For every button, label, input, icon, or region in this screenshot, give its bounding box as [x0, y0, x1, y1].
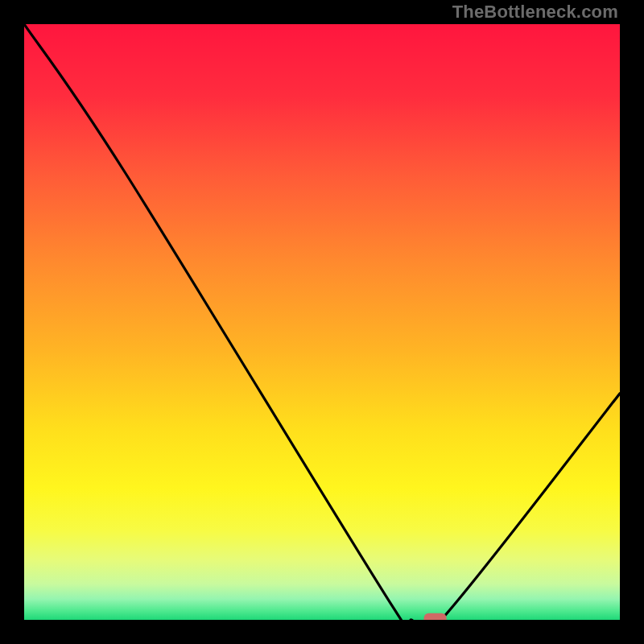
current-config-marker: [424, 613, 447, 620]
chart-svg: [24, 24, 620, 620]
watermark-text: TheBottleneck.com: [452, 2, 618, 23]
chart-background-gradient: [24, 24, 620, 620]
chart-frame: [24, 24, 620, 620]
chart-plot-area: [24, 24, 620, 620]
